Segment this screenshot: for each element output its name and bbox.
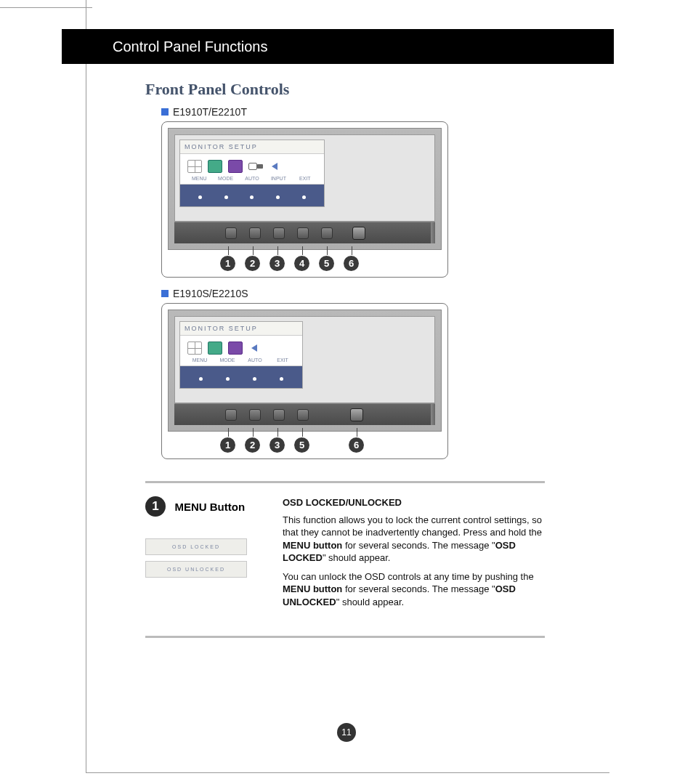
osd-label: AUTO bbox=[241, 357, 269, 363]
dot-icon bbox=[187, 189, 214, 202]
osd-icon-row bbox=[180, 154, 324, 176]
front-button bbox=[321, 227, 333, 239]
callout-number: 5 bbox=[294, 437, 309, 453]
section-paragraph: This function allows you to lock the cur… bbox=[283, 514, 545, 565]
section-number-badge: 1 bbox=[145, 496, 166, 517]
crop-mark-top bbox=[0, 7, 92, 8]
osd-locked-box: OSD LOCKED bbox=[145, 538, 247, 555]
front-button bbox=[273, 227, 285, 239]
bezel bbox=[174, 222, 435, 243]
dot-icon bbox=[214, 371, 241, 384]
monitor-body: MONITOR SETUP MENU MODE AUTO INPUT EXIT bbox=[168, 128, 442, 250]
bullet-icon bbox=[161, 290, 169, 297]
section-title: MENU Button bbox=[174, 501, 245, 513]
callout-number: 5 bbox=[319, 256, 334, 271]
bullet-icon bbox=[161, 108, 169, 116]
section-heading: OSD LOCKED/UNLOCKED bbox=[283, 496, 545, 509]
section-menu-button: 1 MENU Button OSD LOCKED OSD UNLOCKED OS… bbox=[145, 496, 545, 614]
osd-unlocked-box: OSD UNLOCKED bbox=[145, 561, 247, 578]
callout-number: 4 bbox=[294, 256, 309, 271]
diagram-a: MONITOR SETUP MENU MODE AUTO INPUT EXIT bbox=[161, 121, 448, 278]
section-left: 1 MENU Button OSD LOCKED OSD UNLOCKED bbox=[145, 496, 272, 614]
front-button bbox=[297, 409, 309, 421]
text: for several seconds. The message " bbox=[342, 540, 495, 551]
osd-label: MODE bbox=[212, 176, 238, 181]
mode-icon bbox=[208, 160, 222, 173]
divider bbox=[145, 636, 545, 638]
diagram-b: MONITOR SETUP MENU MODE AUTO EXIT bbox=[161, 303, 448, 459]
power-button bbox=[352, 227, 365, 240]
content-area: Front Panel Controls E1910T/E2210T MONIT… bbox=[145, 80, 545, 638]
text: for several seconds. The message " bbox=[342, 583, 495, 594]
front-button bbox=[225, 227, 237, 239]
osd-label: INPUT bbox=[265, 176, 291, 181]
dot-icon bbox=[268, 371, 295, 384]
mode-icon bbox=[208, 342, 222, 355]
osd-panel: MONITOR SETUP MENU MODE AUTO INPUT EXIT bbox=[179, 140, 325, 207]
text: This function allows you to lock the cur… bbox=[283, 514, 542, 538]
osd-dot-row bbox=[180, 366, 302, 388]
auto-icon bbox=[228, 160, 243, 173]
callout-gap bbox=[319, 437, 339, 453]
text: " should appear. bbox=[323, 552, 391, 563]
bezel bbox=[174, 403, 435, 425]
osd-dot-row bbox=[180, 185, 324, 206]
monitor-body: MONITOR SETUP MENU MODE AUTO EXIT bbox=[168, 310, 442, 432]
menu-icon bbox=[187, 342, 202, 355]
divider bbox=[145, 481, 545, 483]
auto-icon bbox=[228, 342, 243, 355]
dot-icon bbox=[239, 189, 265, 202]
osd-panel: MONITOR SETUP MENU MODE AUTO EXIT bbox=[179, 321, 303, 389]
callout-number: 2 bbox=[245, 256, 260, 271]
bold-text: MENU button bbox=[283, 583, 342, 594]
exit-icon bbox=[269, 160, 283, 173]
monitor-screen: MONITOR SETUP MENU MODE AUTO EXIT bbox=[174, 316, 435, 403]
bold-text: MENU button bbox=[283, 540, 342, 551]
callout-row-a: 1 2 3 4 5 6 bbox=[168, 256, 442, 271]
dot-icon bbox=[214, 189, 240, 202]
osd-label: EXIT bbox=[269, 357, 296, 363]
model-a-row: E1910T/E2210T bbox=[161, 106, 545, 118]
front-button bbox=[273, 409, 285, 421]
dot-icon bbox=[187, 371, 214, 384]
monitor-screen: MONITOR SETUP MENU MODE AUTO INPUT EXIT bbox=[174, 134, 435, 222]
callout-number: 6 bbox=[344, 256, 359, 271]
callout-number: 2 bbox=[245, 437, 260, 453]
osd-label: MENU bbox=[186, 176, 212, 181]
text: " should appear. bbox=[336, 597, 405, 607]
dot-icon bbox=[265, 189, 291, 202]
osd-label: MODE bbox=[214, 357, 241, 363]
callout-number: 1 bbox=[220, 437, 235, 453]
osd-title: MONITOR SETUP bbox=[180, 322, 302, 336]
input-icon bbox=[248, 160, 263, 173]
osd-label: AUTO bbox=[239, 176, 265, 181]
front-button bbox=[249, 227, 261, 239]
text: You can unlock the OSD controls at any t… bbox=[283, 571, 534, 582]
section-paragraph: You can unlock the OSD controls at any t… bbox=[283, 570, 545, 609]
model-b-row: E1910S/E2210S bbox=[161, 288, 545, 299]
dot-icon bbox=[291, 189, 317, 202]
model-b-label: E1910S/E2210S bbox=[173, 288, 248, 299]
osd-icon-row bbox=[180, 336, 302, 357]
dot-icon bbox=[241, 371, 268, 384]
callout-number: 3 bbox=[270, 437, 285, 453]
header-title: Control Panel Functions bbox=[113, 39, 267, 55]
front-button bbox=[249, 409, 261, 421]
page-number: 11 bbox=[337, 723, 356, 742]
osd-labels-a: MENU MODE AUTO INPUT EXIT bbox=[180, 176, 324, 185]
section-head: 1 MENU Button bbox=[145, 496, 272, 517]
osd-labels-b: MENU MODE AUTO EXIT bbox=[180, 357, 302, 366]
callout-row-b: 1 2 3 5 6 bbox=[168, 437, 442, 453]
power-button bbox=[350, 408, 363, 421]
exit-icon bbox=[248, 342, 263, 355]
bezel-shadow bbox=[431, 404, 435, 425]
callout-number: 1 bbox=[220, 256, 235, 271]
osd-label: EXIT bbox=[292, 176, 318, 181]
menu-icon bbox=[187, 160, 202, 173]
main-title: Front Panel Controls bbox=[145, 80, 545, 99]
model-a-label: E1910T/E2210T bbox=[173, 106, 247, 118]
osd-title: MONITOR SETUP bbox=[180, 140, 324, 154]
callout-number: 3 bbox=[270, 256, 285, 271]
callout-number: 6 bbox=[349, 437, 364, 453]
osd-label: MENU bbox=[186, 357, 214, 363]
